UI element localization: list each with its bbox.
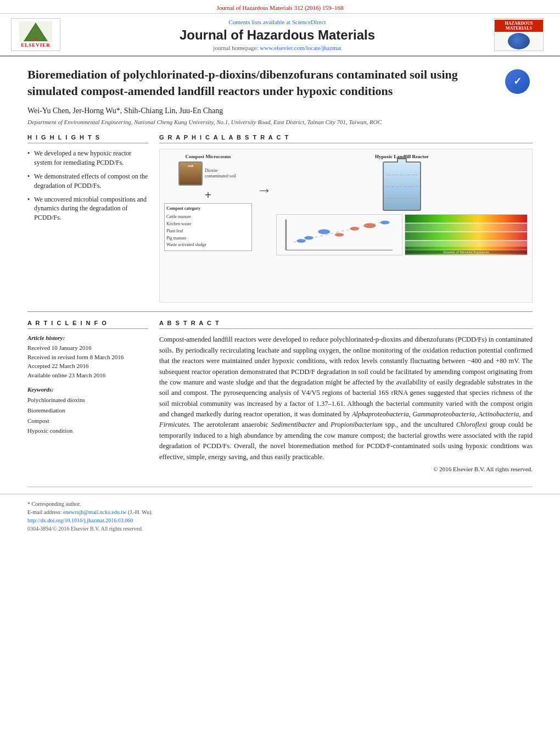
issn-text: 0304-3894/© 2016 Elsevier B.V. All right… xyxy=(27,526,143,532)
highlights-column: H I G H L I G H T S We developed a new h… xyxy=(27,134,148,303)
email-note: E-mail address: enewrujh@mail.ncku.edu.t… xyxy=(27,509,533,515)
abstract-part-5: Sedimentibacter xyxy=(271,421,316,428)
abstract-part-9: Chloroflexi xyxy=(456,421,487,428)
journal-title: Journal of Hazardous Materials xyxy=(60,27,494,43)
corresponding-note: * Corresponding author. xyxy=(27,501,533,507)
compost-item-2: Plant leaf xyxy=(166,228,250,235)
compost-title: Compost Microcosms xyxy=(164,154,252,159)
journal-top-link[interactable]: Journal of Hazardous Materials 312 (2016… xyxy=(0,0,560,13)
highlight-item-3: We uncovered microbial compositions and … xyxy=(27,195,148,222)
journal-homepage: journal homepage: www.elsevier.com/locat… xyxy=(60,44,494,51)
graphical-abstract-box: Compost Microcosms soil Dioxin-contamina… xyxy=(159,149,533,303)
keywords-section: Keywords: Polychlorinated dioxins Biorem… xyxy=(27,386,148,436)
keyword-1: Bioremediation xyxy=(27,405,148,416)
email-label: E-mail address: xyxy=(27,509,61,515)
svg-point-12 xyxy=(380,221,390,225)
received-date: Received 10 January 2016 xyxy=(27,343,148,353)
abstract-part-4: The aerotolerant anaerobic xyxy=(191,421,271,428)
abstract-part-3: Firmicutes. xyxy=(159,421,191,428)
hazardous-globe-icon xyxy=(508,33,530,49)
soil-jar-icon: soil xyxy=(178,161,203,186)
highlight-item-2: We demonstrated effects of compost on th… xyxy=(27,172,148,191)
svg-point-8 xyxy=(318,230,330,235)
keyword-3: Hypoxic condition xyxy=(27,426,148,436)
available-date: Available online 23 March 2016 xyxy=(27,371,148,380)
journal-contents-line: Contents lists available at ScienceDirec… xyxy=(60,19,494,25)
crossmark-icon: ✓ xyxy=(505,69,530,94)
elsevier-logo: ELSEVIER xyxy=(11,18,60,51)
reactor-panel: Hypoxic Landfill Reactor xyxy=(276,154,528,255)
scatter-chart xyxy=(276,214,402,255)
abstract-text: Compost-amended landfill reactors were d… xyxy=(159,334,533,462)
svg-rect-3 xyxy=(33,38,38,41)
svg-point-9 xyxy=(335,233,344,237)
compost-item-1: Kitchen waste xyxy=(166,221,250,228)
abstract-copyright: © 2016 Elsevier B.V. All rights reserved… xyxy=(159,466,533,472)
graphical-abstract-heading: G R A P H I C A L A B S T R A C T xyxy=(159,134,533,143)
charts-row: Dynamic of Microbial Populations xyxy=(276,214,528,255)
svg-rect-16 xyxy=(405,232,527,241)
svg-rect-15 xyxy=(405,224,527,232)
abstract-part-0: Compost-amended landfill reactors were d… xyxy=(159,336,533,418)
arrow-icon: → xyxy=(256,154,272,199)
hazardous-label: HAZARDOUS MATERIALS xyxy=(495,20,543,32)
keyword-2: Compost xyxy=(27,416,148,426)
soil-label: Dioxin-contaminated soil xyxy=(205,168,238,180)
compost-item-0: Cattle manure xyxy=(166,214,250,221)
issn-line: 0304-3894/© 2016 Elsevier B.V. All right… xyxy=(27,526,533,532)
compost-item-4: Waste activated sludge xyxy=(166,242,250,249)
compost-category-box: Compost category Cattle manure Kitchen w… xyxy=(164,203,252,251)
doi-line: http://dx.doi.org/10.1016/j.jhazmat.2016… xyxy=(27,517,533,523)
heatmap-chart: Dynamic of Microbial Populations xyxy=(405,214,528,255)
elsevier-tree-icon xyxy=(19,21,52,42)
journal-volume-link[interactable]: Journal of Hazardous Materials 312 (2016… xyxy=(217,4,344,11)
abstract-part-2: and xyxy=(520,410,533,418)
compost-category-label: Compost category xyxy=(166,205,250,213)
highlight-item-1: We developed a new hypoxic reactor syste… xyxy=(27,149,148,168)
keyword-0: Polychlorinated dioxins xyxy=(27,395,148,405)
email-address[interactable]: enewrujh@mail.ncku.edu.tw xyxy=(63,509,127,515)
abstract-part-1: Alphaproteobacteria, Gammaproteobacteria… xyxy=(352,410,520,418)
journal-homepage-link[interactable]: www.elsevier.com/locate/jhazmat xyxy=(260,44,341,51)
keywords-label: Keywords: xyxy=(27,386,148,393)
journal-header: ELSEVIER Contents lists available at Sci… xyxy=(0,13,560,57)
revised-date: Received in revised form 8 March 2016 xyxy=(27,353,148,362)
abstract-heading: A B S T R A C T xyxy=(159,320,533,329)
abstract-column: A B S T R A C T Compost-amended landfill… xyxy=(159,320,533,472)
journal-center: Contents lists available at ScienceDirec… xyxy=(60,19,494,51)
article-title: Bioremediation of polychlorinated-p-diox… xyxy=(27,66,533,99)
article-history-label: Article history: xyxy=(27,334,148,341)
email-suffix: (J.-H. Wu). xyxy=(128,509,153,515)
compost-item-3: Pig manure xyxy=(166,235,250,242)
hazardous-logo: HAZARDOUS MATERIALS xyxy=(494,18,544,51)
heatmap-label: Dynamic of Microbial Populations xyxy=(405,250,527,254)
abstract-part-8: spp., and the uncultured xyxy=(383,421,456,428)
svg-rect-14 xyxy=(405,215,527,223)
graphical-abstract-column: G R A P H I C A L A B S T R A C T Compos… xyxy=(159,134,533,303)
sciencedirect-link[interactable]: ScienceDirect xyxy=(292,19,326,25)
main-content: Bioremediation of polychlorinated-p-diox… xyxy=(0,57,560,487)
reactor-diagram-icon xyxy=(383,161,421,211)
footer: * Corresponding author. E-mail address: … xyxy=(0,494,560,539)
keywords-list: Polychlorinated dioxins Bioremediation C… xyxy=(27,395,148,436)
article-info-heading: A R T I C L E I N F O xyxy=(27,320,148,329)
abstract-part-6: and xyxy=(316,421,331,428)
affiliation: Department of Environmental Engineering,… xyxy=(27,119,533,125)
crossmark-badge[interactable]: ✓ xyxy=(502,66,533,97)
compost-microcosms-panel: Compost Microcosms soil Dioxin-contamina… xyxy=(164,154,252,251)
accepted-date: Accepted 22 March 2016 xyxy=(27,361,148,371)
article-info-abstract-section: A R T I C L E I N F O Article history: R… xyxy=(27,311,533,472)
abstract-part-7: Propionibacterium xyxy=(331,421,383,428)
doi-link[interactable]: http://dx.doi.org/10.1016/j.jhazmat.2016… xyxy=(27,517,133,523)
highlights-graphical-section: H I G H L I G H T S We developed a new h… xyxy=(27,134,533,303)
article-history-section: Article history: Received 10 January 201… xyxy=(27,334,148,380)
footer-divider xyxy=(27,487,533,487)
elsevier-label: ELSEVIER xyxy=(21,42,51,48)
highlights-list: We developed a new hypoxic reactor syste… xyxy=(27,149,148,222)
highlights-heading: H I G H L I G H T S xyxy=(27,134,148,143)
article-info-column: A R T I C L E I N F O Article history: R… xyxy=(27,320,148,472)
authors: Wei-Yu Chen, Jer-Horng Wu*, Shih-Chiang … xyxy=(27,107,533,115)
plus-icon: + xyxy=(164,188,252,202)
page: Journal of Hazardous Materials 312 (2016… xyxy=(0,0,560,742)
